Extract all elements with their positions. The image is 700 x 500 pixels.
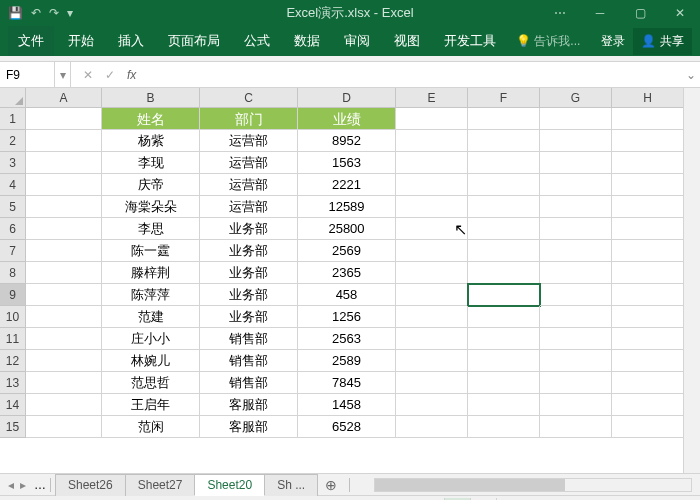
- row-header[interactable]: 12: [0, 350, 26, 372]
- cell[interactable]: [26, 350, 102, 372]
- cell[interactable]: [468, 328, 540, 350]
- cell[interactable]: 1563: [298, 152, 396, 174]
- cell[interactable]: [468, 108, 540, 130]
- cell[interactable]: [540, 218, 612, 240]
- cell[interactable]: [26, 306, 102, 328]
- cell[interactable]: [468, 262, 540, 284]
- add-sheet-button[interactable]: ⊕: [317, 477, 345, 493]
- cell[interactable]: [396, 108, 468, 130]
- cell[interactable]: [468, 218, 540, 240]
- cell[interactable]: [540, 394, 612, 416]
- cell[interactable]: [612, 350, 684, 372]
- col-header-h[interactable]: H: [612, 88, 684, 107]
- cell[interactable]: 海棠朵朵: [102, 196, 200, 218]
- sheet-nav-next-icon[interactable]: ▸: [20, 478, 26, 492]
- cell[interactable]: 范闲: [102, 416, 200, 438]
- cell[interactable]: 2365: [298, 262, 396, 284]
- select-all-corner[interactable]: [0, 88, 26, 107]
- tab-formulas[interactable]: 公式: [234, 26, 280, 56]
- cell[interactable]: 业务部: [200, 218, 298, 240]
- cell[interactable]: [26, 130, 102, 152]
- cell[interactable]: [612, 416, 684, 438]
- cell[interactable]: 庄小小: [102, 328, 200, 350]
- cell[interactable]: 业务部: [200, 262, 298, 284]
- cell[interactable]: [612, 262, 684, 284]
- cell[interactable]: [468, 174, 540, 196]
- sheet-tab[interactable]: Sheet20: [194, 474, 265, 496]
- cell[interactable]: 王启年: [102, 394, 200, 416]
- cell[interactable]: [396, 394, 468, 416]
- tab-page-layout[interactable]: 页面布局: [158, 26, 230, 56]
- cell[interactable]: [612, 152, 684, 174]
- cell[interactable]: [612, 218, 684, 240]
- cell[interactable]: [540, 372, 612, 394]
- cell[interactable]: 2569: [298, 240, 396, 262]
- cell[interactable]: [396, 196, 468, 218]
- cell[interactable]: [540, 108, 612, 130]
- cell[interactable]: [540, 306, 612, 328]
- col-header-e[interactable]: E: [396, 88, 468, 107]
- cell[interactable]: [26, 328, 102, 350]
- col-header-f[interactable]: F: [468, 88, 540, 107]
- cell[interactable]: [612, 240, 684, 262]
- col-header-c[interactable]: C: [200, 88, 298, 107]
- cell[interactable]: [26, 196, 102, 218]
- row-header[interactable]: 5: [0, 196, 26, 218]
- name-box[interactable]: F9: [0, 62, 55, 87]
- cell[interactable]: [396, 262, 468, 284]
- col-header-d[interactable]: D: [298, 88, 396, 107]
- tab-file[interactable]: 文件: [8, 26, 54, 56]
- cell[interactable]: 2221: [298, 174, 396, 196]
- cell[interactable]: [540, 328, 612, 350]
- cell[interactable]: [26, 240, 102, 262]
- cell[interactable]: [468, 240, 540, 262]
- cell[interactable]: [612, 328, 684, 350]
- cell[interactable]: [396, 372, 468, 394]
- cell[interactable]: [26, 108, 102, 130]
- cell[interactable]: 运营部: [200, 130, 298, 152]
- cell[interactable]: [612, 196, 684, 218]
- cell[interactable]: 李思: [102, 218, 200, 240]
- undo-icon[interactable]: ↶: [31, 6, 41, 20]
- cell[interactable]: [540, 196, 612, 218]
- cell[interactable]: [468, 284, 540, 306]
- col-header-g[interactable]: G: [540, 88, 612, 107]
- cell[interactable]: 客服部: [200, 416, 298, 438]
- row-header[interactable]: 8: [0, 262, 26, 284]
- cell[interactable]: 部门: [200, 108, 298, 130]
- cell[interactable]: [26, 394, 102, 416]
- cell[interactable]: [540, 350, 612, 372]
- name-box-dropdown-icon[interactable]: ▾: [55, 62, 71, 87]
- tab-view[interactable]: 视图: [384, 26, 430, 56]
- cell[interactable]: 庆帝: [102, 174, 200, 196]
- worksheet-grid[interactable]: A B C D E F G H 1姓名部门业绩2杨紫运营部89523李现运营部1…: [0, 88, 700, 473]
- sheet-tab[interactable]: Sh ...: [264, 474, 318, 496]
- tab-review[interactable]: 审阅: [334, 26, 380, 56]
- cell[interactable]: [612, 130, 684, 152]
- cell[interactable]: [540, 152, 612, 174]
- cell[interactable]: [468, 130, 540, 152]
- qat-dropdown-icon[interactable]: ▾: [67, 6, 73, 20]
- cell[interactable]: 销售部: [200, 350, 298, 372]
- cell[interactable]: [612, 306, 684, 328]
- scrollbar-thumb[interactable]: [375, 479, 564, 491]
- row-header[interactable]: 1: [0, 108, 26, 130]
- sheet-nav-prev-icon[interactable]: ◂: [8, 478, 14, 492]
- cell[interactable]: [396, 174, 468, 196]
- row-header[interactable]: 4: [0, 174, 26, 196]
- cell[interactable]: [540, 130, 612, 152]
- cell[interactable]: [540, 262, 612, 284]
- cell[interactable]: [396, 306, 468, 328]
- cell[interactable]: 1256: [298, 306, 396, 328]
- cell[interactable]: 陈一霆: [102, 240, 200, 262]
- cell[interactable]: 8952: [298, 130, 396, 152]
- cell[interactable]: 姓名: [102, 108, 200, 130]
- cell[interactable]: [468, 416, 540, 438]
- cell[interactable]: 李现: [102, 152, 200, 174]
- cell[interactable]: [396, 218, 468, 240]
- cell[interactable]: [396, 152, 468, 174]
- cell[interactable]: 12589: [298, 196, 396, 218]
- login-link[interactable]: 登录: [601, 33, 625, 50]
- cell[interactable]: [468, 350, 540, 372]
- cell[interactable]: 业务部: [200, 284, 298, 306]
